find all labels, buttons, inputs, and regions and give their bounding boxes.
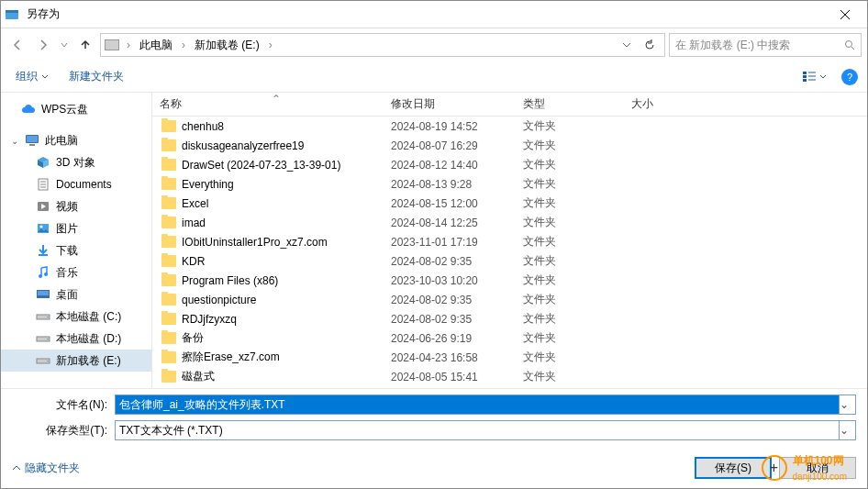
- folder-icon: [161, 120, 176, 132]
- chevron-down-icon: [819, 73, 827, 81]
- main-area: WPS云盘 ⌄ 此电脑 3D 对象 Documents 视频 图片 下载 音乐 …: [1, 93, 867, 388]
- file-row[interactable]: questionpicture2024-08-02 9:35文件夹: [152, 290, 867, 309]
- sidebar-item-drive-d[interactable]: 本地磁盘 (D:): [1, 328, 151, 350]
- sidebar-item-drive-c[interactable]: 本地磁盘 (C:): [1, 306, 151, 328]
- sidebar-item-documents[interactable]: Documents: [1, 173, 151, 195]
- back-button[interactable]: [6, 34, 28, 56]
- file-row[interactable]: 磁盘式2024-08-05 15:41文件夹: [152, 367, 867, 386]
- file-row[interactable]: 擦除Erase_xz7.com2024-04-23 16:58文件夹: [152, 348, 867, 367]
- svg-point-21: [40, 226, 43, 228]
- folder-icon: [161, 139, 176, 151]
- sidebar-item-wps[interactable]: WPS云盘: [1, 98, 151, 120]
- file-date: 2024-06-26 9:19: [391, 332, 523, 345]
- sidebar-label: 新加载卷 (E:): [56, 353, 121, 369]
- file-row[interactable]: Excel2024-08-15 12:00文件夹: [152, 194, 867, 213]
- file-name: DrawSet (2024-07-23_13-39-01): [182, 159, 340, 172]
- search-placeholder: 在 新加载卷 (E:) 中搜索: [675, 38, 844, 53]
- sidebar-item-pictures[interactable]: 图片: [1, 217, 151, 239]
- filename-dropdown[interactable]: ⌄: [840, 395, 856, 415]
- close-button[interactable]: [827, 2, 863, 28]
- svg-point-24: [44, 272, 48, 276]
- file-row[interactable]: Program Files (x86)2023-10-03 10:20文件夹: [152, 271, 867, 290]
- title-bar: 另存为: [1, 1, 867, 28]
- view-options[interactable]: [797, 68, 832, 86]
- file-date: 2024-04-23 16:58: [391, 351, 523, 364]
- file-date: 2024-08-07 16:29: [391, 139, 523, 152]
- sidebar-item-videos[interactable]: 视频: [1, 195, 151, 217]
- help-button[interactable]: ?: [841, 69, 858, 85]
- sidebar-item-downloads[interactable]: 下载: [1, 239, 151, 261]
- column-header-date[interactable]: 修改日期: [391, 96, 523, 112]
- column-header-type[interactable]: 类型: [523, 96, 631, 112]
- cloud-icon: [21, 103, 36, 116]
- file-row[interactable]: IObitUninstaller1Pro_xz7.com2023-11-01 1…: [152, 232, 867, 251]
- hide-folders-link[interactable]: 隐藏文件夹: [12, 461, 80, 476]
- file-row[interactable]: chenhu82024-08-19 14:52文件夹: [152, 117, 867, 136]
- picture-icon: [36, 222, 50, 235]
- file-list[interactable]: chenhu82024-08-19 14:52文件夹diskusageanaly…: [152, 117, 867, 388]
- sidebar-item-desktop[interactable]: 桌面: [1, 283, 151, 306]
- column-header-size[interactable]: 大小: [631, 96, 723, 112]
- file-name: 擦除Erase_xz7.com: [182, 350, 280, 365]
- sidebar-item-drive-e[interactable]: 新加载卷 (E:): [1, 350, 151, 372]
- sidebar-label: 本地磁盘 (D:): [56, 331, 121, 347]
- folder-icon: [161, 313, 176, 325]
- folder-icon: [161, 236, 176, 248]
- forward-icon: [37, 39, 50, 51]
- file-date: 2023-10-03 10:20: [391, 274, 523, 287]
- address-bar[interactable]: › 此电脑 › 新加载卷 (E:) ›: [100, 33, 665, 57]
- sidebar-label: 此电脑: [45, 133, 78, 149]
- file-row[interactable]: diskusageanalyzerfree192024-08-07 16:29文…: [152, 136, 867, 155]
- drive-icon: [36, 310, 50, 323]
- sidebar: WPS云盘 ⌄ 此电脑 3D 对象 Documents 视频 图片 下载 音乐 …: [1, 93, 152, 388]
- filetype-dropdown[interactable]: ⌄: [840, 420, 856, 440]
- up-button[interactable]: [74, 34, 96, 56]
- breadcrumb-drive-e[interactable]: 新加载卷 (E:): [191, 36, 263, 55]
- cancel-button[interactable]: 取消: [779, 457, 856, 479]
- chevron-right-icon: ›: [125, 39, 132, 51]
- filename-value: 包含律师_ai_攻略的文件列表.TXT: [119, 397, 835, 413]
- file-row[interactable]: DrawSet (2024-07-23_13-39-01)2024-08-12 …: [152, 155, 867, 174]
- folder-icon: [161, 294, 176, 306]
- file-row[interactable]: imad2024-08-14 12:25文件夹: [152, 213, 867, 232]
- chevron-down-icon: [41, 73, 49, 81]
- sidebar-label: 视频: [56, 199, 78, 215]
- back-icon: [11, 39, 24, 51]
- filetype-label: 保存类型(T):: [12, 423, 115, 439]
- new-folder-button[interactable]: 新建文件夹: [63, 65, 129, 88]
- file-date: 2024-08-02 9:35: [391, 255, 523, 268]
- svg-point-30: [47, 339, 49, 340]
- file-row[interactable]: KDR2024-08-02 9:35文件夹: [152, 251, 867, 271]
- recent-locations[interactable]: [58, 41, 71, 49]
- organize-menu[interactable]: 组织: [10, 65, 54, 88]
- file-name: IObitUninstaller1Pro_xz7.com: [182, 236, 328, 249]
- breadcrumb-this-pc[interactable]: 此电脑: [136, 36, 176, 55]
- address-dropdown[interactable]: [618, 40, 635, 50]
- sidebar-label: WPS云盘: [41, 102, 88, 117]
- sidebar-item-music[interactable]: 音乐: [1, 261, 151, 283]
- filetype-select[interactable]: TXT文本文件 (*.TXT): [115, 420, 840, 440]
- folder-icon: [161, 159, 176, 171]
- forward-button[interactable]: [32, 34, 54, 56]
- file-row[interactable]: RDJjfzyxzq2024-08-02 9:35文件夹: [152, 309, 867, 328]
- file-type: 文件夹: [523, 234, 631, 250]
- file-date: 2024-08-15 12:00: [391, 197, 523, 210]
- file-date: 2024-08-14 12:25: [391, 217, 523, 229]
- filename-input[interactable]: 包含律师_ai_攻略的文件列表.TXT: [115, 395, 840, 415]
- sidebar-item-3d[interactable]: 3D 对象: [1, 151, 151, 173]
- file-type: 文件夹: [523, 138, 631, 153]
- sidebar-item-this-pc[interactable]: ⌄ 此电脑: [1, 129, 151, 151]
- file-name: 备份: [182, 330, 204, 346]
- save-button[interactable]: 保存(S): [695, 457, 772, 479]
- chevron-right-icon: ›: [180, 39, 187, 51]
- refresh-button[interactable]: [639, 39, 661, 50]
- file-row[interactable]: Everything2024-08-13 9:28文件夹: [152, 174, 867, 194]
- monitor-icon: [25, 134, 39, 147]
- file-area: ⌃ 名称 修改日期 类型 大小 chenhu82024-08-19 14:52文…: [152, 93, 867, 388]
- file-row[interactable]: 备份2024-06-26 9:19文件夹: [152, 328, 867, 348]
- file-name: Excel: [182, 197, 208, 210]
- search-input[interactable]: 在 新加载卷 (E:) 中搜索: [669, 33, 862, 57]
- file-type: 文件夹: [523, 330, 631, 346]
- document-icon: [36, 178, 50, 191]
- app-icon: [5, 7, 19, 22]
